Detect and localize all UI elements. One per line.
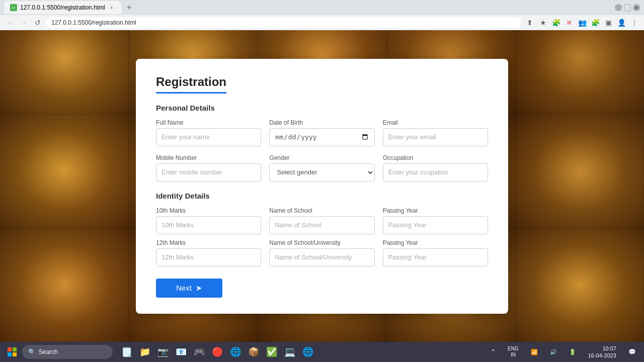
occupation-group: Occupation	[383, 154, 488, 182]
profile-icon[interactable]: 👤	[616, 17, 627, 28]
minimize-button[interactable]	[615, 4, 622, 11]
marks-12-group: 12th Marks	[156, 239, 261, 266]
taskbar-app-edge[interactable]: 🌐	[227, 344, 244, 360]
taskbar-app-red[interactable]: 🔴	[209, 344, 225, 360]
navigation-bar: ← → ↺ ⬆ ★ 🧩 H 👥 🧩 ▣ 👤 ⋮	[0, 15, 644, 30]
tab-title: 127.0.0.1:5500/registration.html	[20, 4, 105, 11]
school-univ-label: Name of School/University	[269, 239, 374, 246]
gender-group: Gender Select gender Male Female Other	[269, 154, 374, 182]
personal-fields-grid: Full Name Date of Birth Email Mobile Num…	[156, 119, 488, 182]
tab-close-button[interactable]: ×	[108, 4, 115, 11]
taskbar-sound[interactable]: 🔊	[546, 347, 561, 357]
dob-label: Date of Birth	[269, 119, 374, 126]
identity-row2-grid: 12th Marks Name of School/University Pas…	[156, 239, 488, 266]
close-button[interactable]: ×	[633, 4, 640, 11]
active-tab[interactable]: H 127.0.0.1:5500/registration.html ×	[4, 1, 121, 14]
next-button[interactable]: Next ➤	[156, 279, 222, 298]
battery-icon: 🔋	[569, 349, 576, 355]
sound-icon: 🔊	[550, 349, 557, 355]
marks-12-input[interactable]	[156, 248, 261, 266]
full-name-input[interactable]	[156, 128, 261, 146]
marks-10-input[interactable]	[156, 216, 261, 234]
occupation-input[interactable]	[383, 163, 488, 182]
taskbar-lang[interactable]: ENGIN	[504, 344, 523, 360]
sidebar-toggle[interactable]: ▣	[603, 17, 614, 28]
notification-icon: 💬	[628, 348, 636, 355]
extension-icon[interactable]: 🧩	[550, 17, 561, 28]
taskbar-app-mail[interactable]: 📧	[173, 344, 189, 360]
school-univ-input[interactable]	[269, 248, 374, 266]
puzzle-ext-icon[interactable]: 🧩	[590, 17, 601, 28]
taskbar-app-game[interactable]: 🎮	[191, 344, 207, 360]
share-icon[interactable]: ⬆	[524, 17, 535, 28]
taskbar-app-dropbox[interactable]: 📦	[246, 344, 262, 360]
new-tab-button[interactable]: +	[123, 2, 135, 14]
start-button[interactable]	[4, 344, 20, 360]
taskbar-chevron[interactable]: ⌃	[487, 346, 500, 357]
address-bar[interactable]	[46, 17, 521, 28]
email-input[interactable]	[383, 128, 488, 146]
school-name-label: Name of School	[269, 207, 374, 214]
svg-rect-1	[13, 347, 17, 351]
registration-card: Registration Personal Details Full Name …	[136, 59, 508, 314]
browser-actions: ⬆ ★ 🧩 H 👥 🧩 ▣ 👤 ⋮	[524, 17, 640, 28]
passing-year-10-group: Passing Year	[383, 207, 488, 234]
full-name-group: Full Name	[156, 119, 261, 146]
identity-section: Identity Details 10th Marks Name of Scho…	[156, 192, 488, 266]
menu-icon[interactable]: ⋮	[629, 17, 640, 28]
taskbar-app-todo[interactable]: ✅	[264, 344, 280, 360]
school-univ-group: Name of School/University	[269, 239, 374, 266]
next-arrow-icon: ➤	[196, 284, 202, 293]
taskbar-wifi[interactable]: 📶	[527, 347, 542, 357]
taskbar-app-chrome[interactable]: 🌐	[300, 344, 316, 360]
passing-year-10-input[interactable]	[383, 216, 488, 234]
content-area: Registration Personal Details Full Name …	[0, 30, 644, 342]
next-button-label: Next	[176, 284, 192, 292]
passing-year-12-group: Passing Year	[383, 239, 488, 266]
search-icon: 🔍	[28, 348, 36, 355]
html-ext-icon[interactable]: H	[564, 17, 575, 28]
identity-section-title: Identity Details	[156, 192, 488, 200]
forward-button[interactable]: →	[18, 17, 29, 28]
svg-rect-0	[8, 347, 12, 351]
taskbar-app-code[interactable]: 💻	[282, 344, 298, 360]
passing-year-12-input[interactable]	[383, 248, 488, 266]
svg-rect-3	[13, 352, 17, 356]
taskbar-clock[interactable]: 10:07 16-04-2023	[584, 344, 620, 360]
school-name-input[interactable]	[269, 216, 374, 234]
taskbar-notification[interactable]: 💬	[624, 346, 640, 357]
taskbar-apps: 🗒️ 📁 📷 📧 🎮 🔴 🌐 📦 ✅ 💻 🌐	[119, 344, 316, 360]
clock-time: 10:07	[602, 345, 616, 352]
svg-rect-2	[8, 352, 12, 356]
taskbar-search[interactable]: 🔍 Search	[22, 345, 113, 359]
marks-12-label: 12th Marks	[156, 239, 261, 246]
dob-input[interactable]	[269, 128, 374, 146]
taskbar-app-camera[interactable]: 📷	[155, 344, 171, 360]
mobile-group: Mobile Number	[156, 154, 261, 182]
full-name-label: Full Name	[156, 119, 261, 126]
taskbar-app-widgets[interactable]: 🗒️	[119, 344, 135, 360]
email-label: Email	[383, 119, 488, 126]
passing-year-10-label: Passing Year	[383, 207, 488, 214]
taskbar-app-explorer[interactable]: 📁	[137, 344, 153, 360]
school-name-group: Name of School	[269, 207, 374, 234]
marks-10-label: 10th Marks	[156, 207, 261, 214]
maximize-button[interactable]	[624, 4, 631, 11]
taskbar-tray: ⌃ ENGIN 📶 🔊 🔋 10:07 16-04-2023 💬	[487, 344, 640, 360]
bookmark-icon[interactable]: ★	[537, 17, 548, 28]
tab-favicon: H	[10, 4, 17, 11]
language-indicator: ENGIN	[508, 346, 519, 358]
taskbar: 🔍 Search 🗒️ 📁 📷 📧 🎮 🔴 🌐 📦 ✅ 💻 🌐 ⌃ ENGIN …	[0, 342, 644, 362]
clock-date: 16-04-2023	[588, 352, 616, 359]
back-button[interactable]: ←	[4, 17, 15, 28]
passing-year-12-label: Passing Year	[383, 239, 488, 246]
chevron-up-icon: ⌃	[491, 348, 496, 355]
refresh-button[interactable]: ↺	[32, 17, 43, 28]
gender-select[interactable]: Select gender Male Female Other	[269, 163, 374, 182]
user-ext-icon[interactable]: 👥	[577, 17, 588, 28]
taskbar-battery[interactable]: 🔋	[565, 347, 580, 357]
mobile-input[interactable]	[156, 163, 261, 182]
mobile-label: Mobile Number	[156, 154, 261, 161]
marks-10-group: 10th Marks	[156, 207, 261, 234]
gender-label: Gender	[269, 154, 374, 161]
